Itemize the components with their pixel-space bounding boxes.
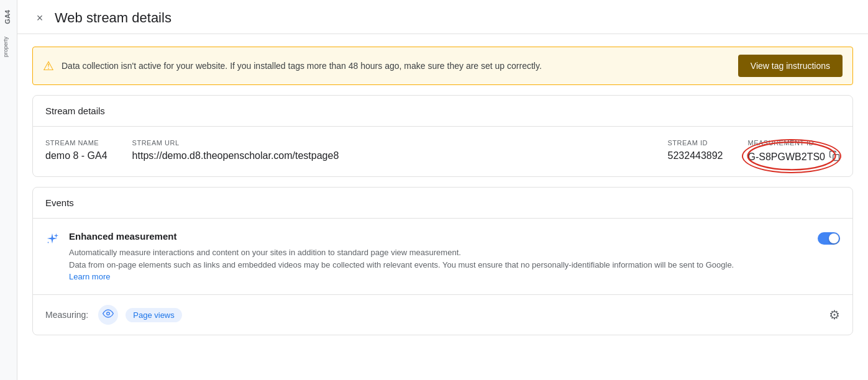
enhanced-content: Enhanced measurement Automatically measu… xyxy=(69,231,808,282)
page-views-chip: Page views xyxy=(126,308,181,322)
measuring-row: Measuring: Page views ⚙ xyxy=(33,295,852,335)
enhanced-title: Enhanced measurement xyxy=(69,231,808,242)
sidebar: GA4 property xyxy=(0,0,17,380)
stream-name-label: STREAM NAME xyxy=(45,139,107,147)
toggle-container[interactable]: ✓ xyxy=(818,232,840,245)
main-panel: × Web stream details ⚠ Data collection i… xyxy=(17,0,868,380)
events-card: Events Enhanced measurement Automaticall… xyxy=(32,187,853,335)
enhanced-desc-line2: Data from on-page elements such as links… xyxy=(69,259,808,271)
warning-icon: ⚠ xyxy=(43,58,54,73)
enhanced-desc-line1: Automatically measure interactions and c… xyxy=(69,247,808,259)
view-tag-instructions-button[interactable]: View tag instructions xyxy=(738,55,843,77)
stream-name-field: STREAM NAME demo 8 - GA4 xyxy=(45,139,107,161)
sidebar-property-label: property xyxy=(2,37,14,57)
measurement-id-value: G-S8PGWB2TS0 xyxy=(748,152,825,163)
measuring-label: Measuring: xyxy=(45,310,88,320)
stream-details-body: STREAM NAME demo 8 - GA4 STREAM URL http… xyxy=(33,127,852,176)
eye-icon xyxy=(103,308,114,322)
panel-title: Web stream details xyxy=(55,10,171,26)
svg-rect-1 xyxy=(833,155,839,161)
stream-fields: STREAM NAME demo 8 - GA4 STREAM URL http… xyxy=(45,139,840,164)
enhanced-measurement-toggle[interactable]: ✓ xyxy=(818,232,840,245)
panel-content: ⚠ Data collection isn't active for your … xyxy=(17,34,868,380)
svg-point-2 xyxy=(107,312,110,315)
measurement-id-container: G-S8PGWB2TS0 xyxy=(748,150,840,164)
measurement-id-field: MEASUREMENT ID G-S8PGWB2TS0 xyxy=(748,139,840,164)
measurement-id-label: MEASUREMENT ID xyxy=(748,139,840,147)
eye-icon-container xyxy=(98,305,118,325)
warning-banner: ⚠ Data collection isn't active for your … xyxy=(32,47,853,85)
stream-details-card: Stream details STREAM NAME demo 8 - GA4 … xyxy=(32,95,853,177)
events-card-body: Enhanced measurement Automatically measu… xyxy=(33,219,852,335)
stream-name-value: demo 8 - GA4 xyxy=(45,150,107,161)
copy-icon[interactable] xyxy=(829,150,840,164)
sparkle-icon xyxy=(45,232,59,250)
events-header: Events xyxy=(33,188,852,219)
panel-header: × Web stream details xyxy=(17,0,868,34)
stream-id-field: STREAM ID 5232443892 xyxy=(668,139,723,161)
learn-more-link[interactable]: Learn more xyxy=(69,272,110,281)
stream-url-value: https://demo.d8.theopenscholar.com/testp… xyxy=(132,150,643,161)
stream-url-label: STREAM URL xyxy=(132,139,643,147)
toggle-check-icon: ✓ xyxy=(833,234,838,241)
warning-text: Data collection isn't active for your we… xyxy=(62,61,731,71)
measuring-gear-icon[interactable]: ⚙ xyxy=(829,307,840,322)
stream-id-value: 5232443892 xyxy=(668,150,723,161)
close-button[interactable]: × xyxy=(32,11,47,25)
sidebar-ga4-label: GA4 xyxy=(2,5,14,29)
stream-details-header: Stream details xyxy=(33,96,852,127)
stream-id-label: STREAM ID xyxy=(668,139,723,147)
enhanced-measurement-row: Enhanced measurement Automatically measu… xyxy=(33,219,852,295)
stream-url-field: STREAM URL https://demo.d8.theopenschola… xyxy=(132,139,643,161)
